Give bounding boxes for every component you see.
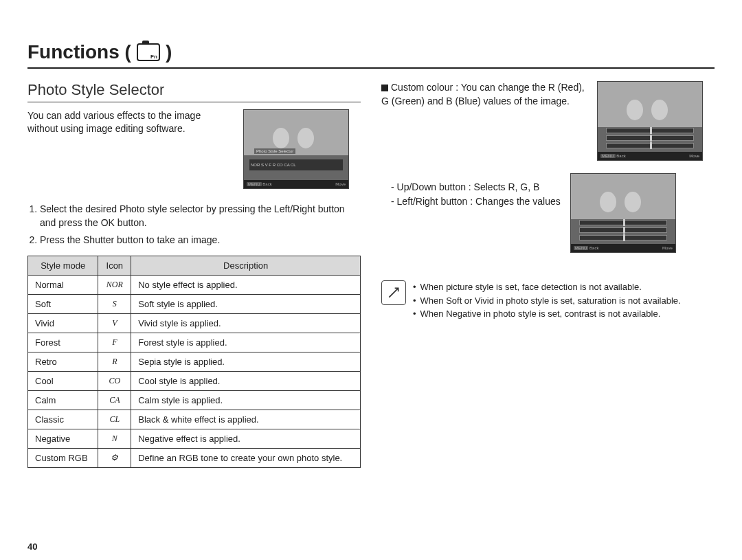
page-number: 40 (27, 541, 37, 552)
table-row: ClassicCLBlack & white effect is applied… (28, 410, 361, 429)
intro-text: You can add various effects to the image… (27, 109, 234, 135)
table-row: ForestFForest style is applied. (28, 333, 361, 352)
camera-fn-icon: Fn (137, 43, 160, 61)
th-style-mode: Style mode (28, 256, 98, 275)
table-row: CalmCACalm style is applied. (28, 390, 361, 410)
table-row: SoftSSoft style is applied. (28, 294, 361, 313)
th-icon: Icon (98, 256, 131, 275)
lcd-label: Photo Style Selector (254, 148, 295, 154)
step-1: Select the desired Photo style selector … (40, 203, 361, 229)
table-row: Custom RGB⚙Define an RGB tone to create … (28, 448, 361, 467)
note-1: When picture style is set, face detectio… (413, 280, 681, 294)
chapter-heading: Functions ( Fn ) (27, 41, 715, 69)
table-row: NormalNORNo style effect is applied. (28, 275, 361, 294)
table-row: VividVVivid style is applied. (28, 313, 361, 333)
lcd-preview-rgb-2: MENU Back Move (570, 173, 676, 253)
chapter-text: Functions ( (27, 41, 131, 63)
lcd-preview-rgb-1: MENU Back Move (597, 81, 703, 161)
steps-list: Select the desired Photo style selector … (27, 203, 361, 247)
lcd-preview-style-selector: Photo Style Selector NOR S V F R CO CA C… (243, 109, 349, 189)
table-row: CoolCOCool style is applied. (28, 371, 361, 390)
custom-colour-text: Custom colour : You can change the R (Re… (381, 82, 585, 107)
section-title: Photo Style Selector (27, 81, 361, 102)
step-2: Press the Shutter button to take an imag… (40, 234, 361, 247)
leftright-text: Left/Right button : Changes the values (397, 196, 561, 207)
style-mode-table: Style mode Icon Description NormalNORNo … (27, 256, 361, 468)
lcd-style-icons: NOR S V F R CO CA CL (251, 163, 296, 167)
square-bullet-icon (381, 85, 388, 91)
chapter-close: ) (166, 41, 172, 63)
th-description: Description (131, 256, 361, 275)
note-3: When Negative in photo style is set, con… (413, 307, 681, 321)
note-2: When Soft or Vivid in photo style is set… (413, 294, 681, 308)
updown-text: Up/Down button : Selects R, G, B (397, 181, 540, 192)
table-row: NegativeNNegative effect is applied. (28, 429, 361, 448)
note-icon (381, 280, 406, 305)
table-row: RetroRSepia style is applied. (28, 352, 361, 371)
note-box: When picture style is set, face detectio… (381, 280, 715, 321)
